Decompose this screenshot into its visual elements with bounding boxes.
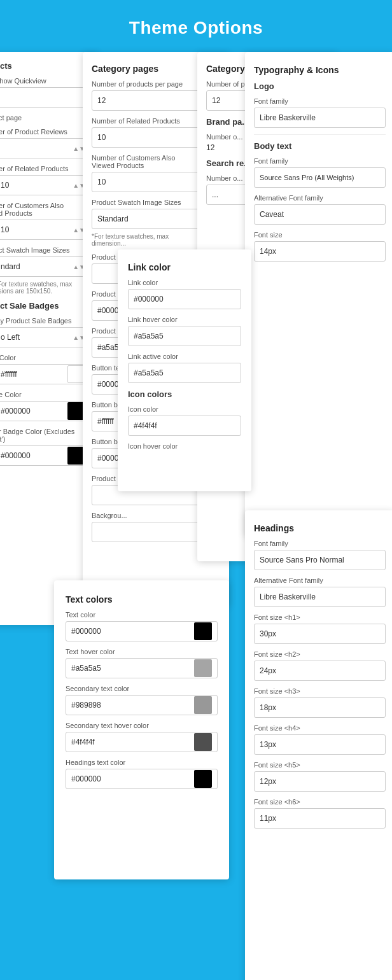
customers-viewed-field[interactable]: 10 ▲▼: [0, 220, 91, 240]
text-color-swatch[interactable]: [194, 622, 212, 640]
headings-text-color-field[interactable]: #000000: [66, 769, 218, 789]
link-hover-value: #a5a5a5: [134, 332, 164, 340]
font-size-h5-field[interactable]: 12px: [254, 771, 386, 792]
font-size-h1-label: Font size <h1>: [254, 613, 386, 621]
font-size-h3-label: Font size <h3>: [254, 687, 386, 695]
alt-font-family-field[interactable]: Caveat: [254, 204, 386, 225]
secondary-text-color-value: #989898: [71, 701, 101, 710]
secondary-text-hover-value: #4f4f4f: [71, 738, 95, 746]
icon-color-field[interactable]: #4f4f4f: [128, 416, 241, 436]
font-size-h2-field[interactable]: 24px: [254, 661, 386, 681]
headings-text-color-value: #000000: [71, 774, 101, 783]
font-size-h6-field[interactable]: 11px: [254, 808, 386, 829]
cards-container: ucts ▲ Show Quickview uct page ber of Pr…: [0, 52, 392, 980]
page-title: Theme Options: [0, 18, 392, 38]
headings-alt-font-label: Alternative Font family: [254, 577, 386, 584]
font-size-h4-label: Font size <h4>: [254, 724, 386, 732]
text-color-field[interactable]: #000000: [66, 621, 218, 641]
font-size-h2-value: 24px: [260, 666, 276, 675]
font-size-h3-value: 18px: [260, 703, 276, 712]
icon-color-label: Icon color: [128, 405, 241, 413]
link-color-label: Link color: [128, 279, 241, 286]
card-typography: Typography & Icons Logo Font family Libr…: [245, 52, 392, 536]
headings-font-family-field[interactable]: Source Sans Pro Normal: [254, 550, 386, 570]
card-headings: Headings Font family Source Sans Pro Nor…: [245, 510, 392, 980]
font-family-body-value: Source Sans Pro (All Weights): [260, 174, 354, 181]
secondary-text-color-label: Secondary text color: [66, 685, 218, 692]
sale-badges-heading: uct Sale Badges: [0, 301, 91, 311]
icon-color-value: #4f4f4f: [134, 421, 157, 430]
headings-font-family-label: Font family: [254, 540, 386, 547]
font-family-body-field[interactable]: Source Sans Pro (All Weights): [254, 167, 386, 188]
font-size-label: Font size: [254, 231, 386, 239]
divider1: [254, 134, 386, 135]
text-color-value: #000000: [71, 627, 101, 636]
font-size-field[interactable]: 14px: [254, 241, 386, 262]
text-hover-color-label: Text hover color: [66, 648, 218, 655]
headings-text-color-swatch[interactable]: [194, 770, 212, 788]
other-badge-color-label: er Badge Color (Excludes'st'): [0, 428, 91, 443]
font-family-body-label: Font family: [254, 157, 386, 165]
font-size-h2-label: Font size <h2>: [254, 650, 386, 658]
related-products-field[interactable]: 10 ▲▼: [0, 175, 91, 195]
link-hover-field[interactable]: #a5a5a5: [128, 326, 241, 346]
font-size-h1-field[interactable]: 30px: [254, 624, 386, 644]
card-text-colors: Text colors Text color #000000 Text hove…: [54, 580, 229, 879]
link-color-field[interactable]: #000000: [128, 289, 241, 309]
swatch-sizes-field[interactable]: ndard ▲▼: [0, 256, 91, 277]
secondary-text-hover-field[interactable]: #4f4f4f: [66, 732, 218, 752]
link-color-heading: Link color: [128, 262, 241, 272]
texture-info: *For texture swatches, maxnsions are 150…: [0, 281, 91, 295]
link-hover-label: Link hover color: [128, 316, 241, 323]
icon-hover-label: Icon hover color: [128, 442, 241, 450]
font-size-h5-value: 12px: [260, 777, 276, 786]
badge-bg-color-field[interactable]: #000000: [0, 401, 91, 421]
page-title-bar: Theme Options: [0, 0, 392, 52]
badge-bg-color-label: ge Color: [0, 391, 91, 398]
headings-heading: Headings: [254, 523, 386, 533]
related-products-label: ber of Related Products: [0, 165, 91, 172]
link-active-field[interactable]: #a5a5a5: [128, 363, 241, 383]
font-size-value: 14px: [260, 247, 276, 256]
uct-page-label: uct page: [0, 114, 91, 122]
secondary-text-color-field[interactable]: #989898: [66, 695, 218, 715]
card-link-color: Link color Link color #000000 Link hover…: [118, 249, 251, 491]
display-badges-label: lay Product Sale Badges: [0, 317, 91, 325]
font-size-h3-field[interactable]: 18px: [254, 697, 386, 718]
text-hover-color-swatch[interactable]: [194, 659, 212, 677]
badge-text-color-field[interactable]: #ffffff: [0, 364, 91, 384]
logo-subheading: Logo: [254, 81, 386, 91]
swatch-sizes-label: uct Swatch Image Sizes: [0, 246, 91, 254]
product-reviews-label: ber of Product Reviews: [0, 128, 91, 136]
font-family-logo-value: Libre Baskerville: [260, 113, 316, 122]
other-badge-color-field[interactable]: #000000: [0, 445, 91, 466]
headings-alt-font-field[interactable]: Libre Baskerville: [254, 587, 386, 607]
display-badges-field[interactable]: o Left ▲▼: [0, 327, 91, 347]
typography-heading: Typography & Icons: [254, 65, 386, 75]
font-family-logo-field[interactable]: Libre Baskerville: [254, 108, 386, 128]
product-reviews-field[interactable]: ▲▼: [0, 138, 91, 158]
headings-font-family-value: Source Sans Pro Normal: [260, 556, 344, 564]
link-color-value: #000000: [134, 295, 164, 304]
font-size-h6-label: Font size <h6>: [254, 798, 386, 806]
font-size-h1-value: 30px: [260, 629, 276, 638]
font-size-h4-field[interactable]: 13px: [254, 734, 386, 755]
show-quickview-field[interactable]: [0, 87, 91, 108]
show-quickview-label: Show Quickview: [0, 77, 91, 85]
link-active-value: #a5a5a5: [134, 368, 164, 377]
font-size-h6-value: 11px: [260, 814, 276, 823]
badge-text-color-label: r Color: [0, 354, 91, 361]
secondary-text-hover-label: Secondary text hover color: [66, 722, 218, 729]
text-colors-heading: Text colors: [66, 594, 218, 605]
headings-alt-font-value: Libre Baskerville: [260, 592, 316, 601]
text-hover-color-value: #a5a5a5: [71, 664, 101, 673]
headings-text-color-label: Headings text color: [66, 759, 218, 766]
link-active-label: Link active color: [128, 353, 241, 360]
text-hover-color-field[interactable]: #a5a5a5: [66, 658, 218, 678]
alt-font-family-value: Caveat: [260, 210, 284, 219]
secondary-text-hover-swatch[interactable]: [194, 733, 212, 751]
font-size-h5-label: Font size <h5>: [254, 761, 386, 769]
text-color-label: Text color: [66, 611, 218, 619]
icon-colors-heading: Icon colors: [128, 389, 241, 399]
secondary-text-color-swatch[interactable]: [194, 696, 212, 714]
